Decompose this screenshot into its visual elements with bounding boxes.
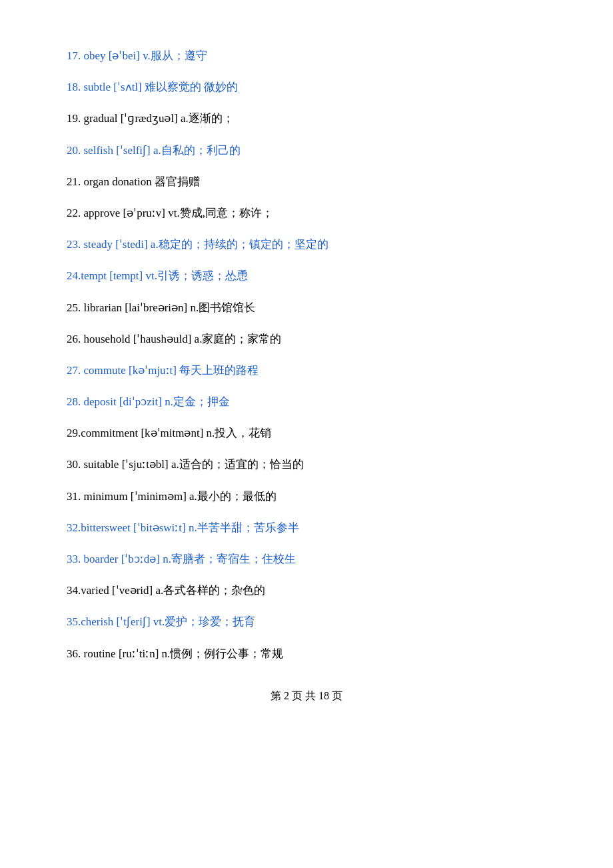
item-22: 22. approve [əˈpruːv] vt.赞成,同意；称许；	[67, 197, 546, 229]
item-23: 23. steady [ˈstedi] a.稳定的；持续的；镇定的；坚定的	[67, 229, 546, 260]
item-35: 35.cherish [ˈtʃeriʃ] vt.爱护；珍爱；抚育	[67, 606, 546, 637]
item-36: 36. routine [ruːˈtiːn] n.惯例；例行公事；常规	[67, 638, 546, 669]
item-28: 28. deposit [diˈpɔzit] n.定金；押金	[67, 386, 546, 417]
item-34: 34.varied [ˈveərid] a.各式各样的；杂色的	[67, 575, 546, 606]
item-27: 27. commute [kəˈmjuːt] 每天上班的路程	[67, 355, 546, 386]
item-30: 30. suitable [ˈsjuːtəbl] a.适合的；适宜的；恰当的	[67, 449, 546, 480]
item-19: 19. gradual [ˈɡrædʒuəl] a.逐渐的；	[67, 103, 546, 134]
page-footer: 第 2 页 共 18 页	[67, 689, 546, 703]
item-32: 32.bittersweet [ˈbitəswiːt] n.半苦半甜；苦乐参半	[67, 512, 546, 543]
page-number: 第 2 页 共 18 页	[271, 690, 342, 701]
item-17: 17. obey [əˈbei] v.服从；遵守	[67, 40, 546, 71]
vocabulary-list: 17. obey [əˈbei] v.服从；遵守18. subtle [ˈsʌt…	[67, 40, 546, 669]
item-31: 31. minimum [ˈminiməm] a.最小的；最低的	[67, 481, 546, 512]
item-24: 24.tempt [tempt] vt.引诱；诱惑；怂恿	[67, 260, 546, 291]
item-18: 18. subtle [ˈsʌtl] 难以察觉的 微妙的	[67, 71, 546, 103]
item-20: 20. selfish [ˈselfiʃ] a.自私的；利己的	[67, 135, 546, 166]
item-33: 33. boarder [ˈbɔːdə] n.寄膳者；寄宿生；住校生	[67, 543, 546, 575]
item-26: 26. household [ˈhaushəuld] a.家庭的；家常的	[67, 323, 546, 355]
item-21: 21. organ donation 器官捐赠	[67, 166, 546, 197]
item-25: 25. librarian [laiˈbreəriən] n.图书馆馆长	[67, 292, 546, 323]
item-29: 29.commitment [kəˈmitmənt] n.投入，花销	[67, 417, 546, 449]
